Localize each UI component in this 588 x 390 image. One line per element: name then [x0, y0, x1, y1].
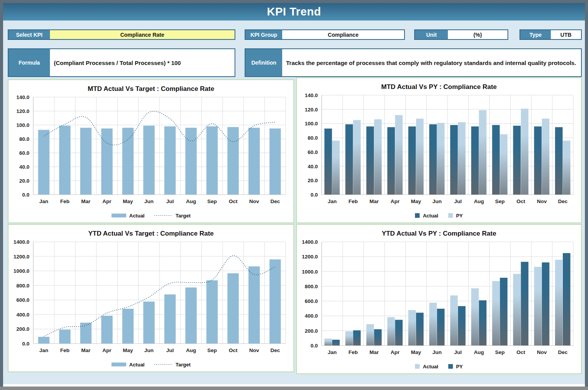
svg-text:Mar: Mar: [369, 349, 379, 355]
svg-text:140.0: 140.0: [16, 94, 29, 100]
bar-actual-jun: [429, 124, 437, 195]
bar-actual-mar: [80, 323, 91, 344]
svg-text:200.0: 200.0: [16, 326, 29, 332]
select-kpi-field: Select KPI Compliance Rate: [8, 29, 235, 40]
bar-py-nov: [542, 262, 550, 346]
chart-legend: ActualTarget: [9, 209, 293, 222]
chart-svg: 0.0200.0400.0600.0800.01000.01200.01400.…: [297, 239, 579, 358]
svg-text:Aug: Aug: [186, 198, 196, 204]
svg-text:Sep: Sep: [495, 198, 505, 204]
kpi-group-label: KPI Group: [245, 30, 282, 39]
bar-py-jul: [458, 122, 466, 195]
legend-item-actual: Actual: [111, 362, 145, 368]
svg-text:Jun: Jun: [144, 347, 154, 353]
legend-swatch-bar: [448, 213, 453, 218]
bar-py-jun: [437, 309, 445, 346]
formula-value: (Compliant Processes / Total Processes) …: [50, 49, 235, 76]
legend-swatch-bar: [448, 364, 453, 369]
bar-actual-apr: [387, 317, 395, 346]
bar-py-jan: [332, 140, 340, 195]
chart-legend: ActualTarget: [9, 358, 293, 371]
svg-text:Nov: Nov: [537, 349, 547, 355]
unit-value: (%): [448, 30, 507, 39]
chart-panel-mtd-actual-vs-target: MTD Actual Vs Target : Compliance Rate0.…: [8, 79, 294, 223]
svg-text:1200.0: 1200.0: [302, 254, 318, 260]
bar-actual-apr: [387, 127, 395, 195]
bar-py-dec: [563, 140, 571, 195]
svg-text:60.0: 60.0: [308, 149, 318, 155]
legend-label: Target: [175, 213, 190, 219]
bar-py-apr: [395, 320, 403, 346]
svg-text:800.0: 800.0: [305, 284, 318, 289]
svg-text:Aug: Aug: [474, 198, 484, 204]
svg-text:Dec: Dec: [558, 198, 568, 204]
svg-text:Apr: Apr: [391, 349, 400, 355]
bar-py-jun: [437, 123, 445, 195]
bar-actual-dec: [555, 127, 563, 195]
bar-actual-aug: [471, 127, 479, 195]
select-kpi-value[interactable]: Compliance Rate: [50, 30, 235, 39]
svg-text:Nov: Nov: [537, 198, 547, 204]
bar-actual-feb: [59, 126, 70, 195]
bar-actual-oct: [513, 274, 521, 346]
svg-text:100.0: 100.0: [305, 121, 318, 127]
bar-actual-jan: [38, 130, 49, 195]
svg-text:1400.0: 1400.0: [14, 239, 29, 245]
bar-py-oct: [521, 262, 529, 346]
bar-actual-oct: [227, 273, 238, 344]
window-border-bottom: [0, 387, 588, 390]
bar-actual-nov: [249, 266, 260, 344]
svg-text:Mar: Mar: [369, 198, 379, 204]
type-field: Type UTB: [519, 29, 582, 40]
chart-svg: 0.020.040.060.080.0100.0120.0140.0JanFeb…: [297, 92, 579, 207]
bar-actual-sep: [206, 281, 218, 344]
bar-actual-jan: [324, 128, 332, 195]
svg-text:20.0: 20.0: [308, 178, 318, 183]
type-label: Type: [520, 30, 551, 39]
bar-actual-sep: [492, 281, 500, 346]
bar-actual-mar: [80, 128, 91, 195]
legend-swatch-bar: [111, 363, 126, 366]
bar-actual-may: [122, 309, 134, 344]
bar-py-jul: [458, 306, 466, 346]
bar-py-dec: [563, 253, 571, 346]
svg-text:60.0: 60.0: [19, 150, 29, 156]
chart-svg: 0.0200.0400.0600.0800.01000.01200.01400.…: [9, 239, 292, 356]
svg-text:Dec: Dec: [270, 198, 280, 204]
legend-item-py: PY: [448, 364, 463, 369]
svg-text:120.0: 120.0: [16, 108, 29, 114]
select-kpi-label: Select KPI: [9, 30, 50, 39]
bar-actual-aug: [471, 288, 479, 346]
bar-actual-oct: [227, 127, 238, 195]
chart-plot-area: 0.020.040.060.080.0100.0120.0140.0JanFeb…: [297, 92, 581, 209]
definition-value: Tracks the percentage of processes that …: [282, 49, 581, 76]
bar-actual-feb: [345, 124, 353, 195]
svg-text:20.0: 20.0: [19, 178, 29, 184]
bar-py-apr: [395, 115, 403, 195]
chart-legend: ActualPY: [297, 209, 581, 222]
legend-item-actual: Actual: [415, 364, 438, 369]
svg-text:600.0: 600.0: [305, 298, 318, 304]
svg-text:Oct: Oct: [516, 349, 525, 355]
bar-actual-sep: [206, 127, 218, 195]
svg-text:Sep: Sep: [495, 349, 505, 355]
svg-text:200.0: 200.0: [305, 328, 318, 334]
svg-text:0.0: 0.0: [310, 343, 318, 349]
svg-text:1000.0: 1000.0: [302, 269, 318, 275]
svg-text:May: May: [123, 347, 133, 353]
svg-text:Jan: Jan: [327, 349, 336, 355]
svg-text:Jul: Jul: [166, 198, 174, 204]
bar-py-may: [416, 313, 424, 346]
kpi-group-field: KPI Group Compliance: [245, 29, 405, 40]
legend-label: PY: [456, 364, 463, 369]
svg-text:Feb: Feb: [348, 198, 358, 204]
chart-title: MTD Actual Vs Target : Compliance Rate: [9, 80, 293, 94]
window-border-right: [585, 0, 588, 390]
bar-actual-dec: [555, 260, 563, 346]
bar-actual-mar: [366, 324, 374, 346]
bar-actual-jun: [429, 303, 437, 346]
legend-swatch-bar: [415, 213, 420, 218]
bar-actual-nov: [534, 127, 542, 195]
svg-text:Jan: Jan: [327, 198, 336, 204]
definition-label: Definition: [245, 49, 282, 76]
